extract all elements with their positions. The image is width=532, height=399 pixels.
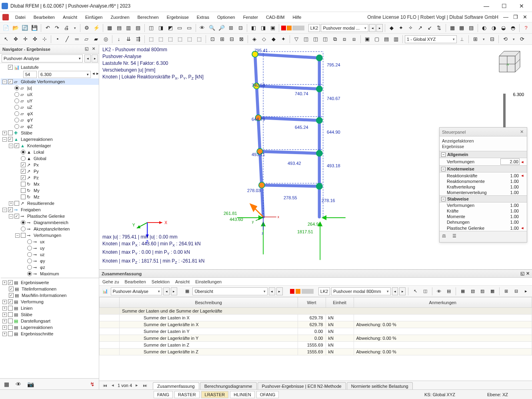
- nav-next[interactable]: ▸: [92, 54, 98, 62]
- panel-icon[interactable]: ◫: [147, 24, 156, 32]
- tab-normierte[interactable]: Normierte seitliche Belastung: [347, 382, 413, 390]
- tree-glob-verf[interactable]: –✓▱Globale Verformungen: [1, 78, 99, 85]
- steuer-close-icon[interactable]: ✕: [519, 129, 524, 134]
- g1-icon[interactable]: ⊡: [208, 35, 217, 44]
- tree-pz[interactable]: ✓↗Pz: [1, 174, 99, 181]
- tree-result[interactable]: +↗Resultierende: [1, 200, 99, 207]
- f7-icon[interactable]: ⧇: [350, 35, 358, 44]
- load3-icon[interactable]: ⇶: [134, 35, 142, 44]
- tree-linien[interactable]: +▤Linien: [1, 305, 99, 311]
- line-icon[interactable]: ╱: [63, 35, 72, 44]
- tree-mx[interactable]: ↻Mx: [1, 181, 99, 187]
- steuer-row[interactable]: Kräfte1.00: [440, 208, 527, 214]
- v1-icon[interactable]: ▣: [363, 35, 372, 44]
- w3-drop[interactable]: ▾: [510, 37, 517, 41]
- sm-c2-prev[interactable]: ◂: [269, 287, 275, 295]
- steuer-row[interactable]: Dehnungen1.00: [440, 219, 527, 225]
- tree-lokal[interactable]: ▲Lokal: [1, 149, 99, 155]
- steuer-row[interactable]: Kraftverteilung1.00: [440, 184, 527, 190]
- tree-knotenlager[interactable]: –✓▲Knotenlager: [1, 142, 99, 149]
- nav-tab-eye-icon[interactable]: 👁: [14, 380, 22, 388]
- view3-icon[interactable]: 🔎: [217, 24, 226, 32]
- reload-icon[interactable]: 🔄: [21, 24, 30, 32]
- steuer-row[interactable]: Momente1.00: [440, 214, 527, 219]
- tree-uy[interactable]: ▱uY: [1, 98, 99, 104]
- sm-ico2[interactable]: ▦: [183, 287, 192, 296]
- sm-btn9[interactable]: ⊞: [502, 287, 511, 296]
- view4-icon[interactable]: ⊞: [226, 24, 235, 32]
- nav-close-icon[interactable]: ✕: [91, 46, 96, 52]
- f2-icon[interactable]: ◫: [302, 35, 310, 44]
- table-row[interactable]: Summe der Lasten in X629.78kN: [100, 315, 532, 321]
- steuer-group[interactable]: –Allgemein: [440, 151, 527, 158]
- f5-icon[interactable]: ⧉: [330, 35, 339, 44]
- menu-cadbim[interactable]: CAD-BIM: [262, 13, 288, 21]
- sm-combo2[interactable]: Übersicht▾: [192, 287, 268, 295]
- undo-icon[interactable]: ↶: [43, 24, 52, 32]
- t1-icon[interactable]: ⬚: [147, 35, 156, 44]
- res1-icon[interactable]: ✦: [397, 24, 406, 32]
- v2-icon[interactable]: ▢: [372, 35, 381, 44]
- sm-ico1[interactable]: 📊: [101, 287, 110, 296]
- sel2-icon[interactable]: ✥: [11, 35, 20, 44]
- sm-btn3[interactable]: 👁: [435, 287, 444, 296]
- steuer-row[interactable]: Reaktionskräfte1.00◂: [440, 172, 527, 178]
- calc-all-icon[interactable]: ⚡: [92, 24, 101, 32]
- tree-titel[interactable]: ✓▤Titelinformationen: [1, 286, 99, 292]
- res-toggle-icon[interactable]: ◆: [387, 24, 396, 32]
- v4-icon[interactable]: ▥: [392, 35, 400, 44]
- f4-icon[interactable]: ◫: [321, 35, 330, 44]
- ren1-icon[interactable]: ◐: [480, 24, 489, 32]
- menu-optionen[interactable]: Optionen: [213, 13, 239, 21]
- tab-pushover[interactable]: Pushover-Ergebnisse | EC8 N2-Methode: [258, 382, 346, 390]
- w1-drop[interactable]: ▾: [480, 37, 487, 41]
- nav-views-icon[interactable]: ▥: [124, 24, 133, 32]
- steuer-row[interactable]: Momentenverteilung1.00: [440, 190, 527, 195]
- tree-verformung[interactable]: +✓▤Verformung: [1, 299, 99, 305]
- res5-icon[interactable]: ⇅: [435, 24, 444, 32]
- panel3-icon[interactable]: ◩: [166, 24, 175, 32]
- sm-c1-next[interactable]: ▸: [171, 287, 177, 295]
- tree-duy[interactable]: ⊸uy: [1, 245, 99, 251]
- laststufe-val[interactable]: 6.300▾: [38, 71, 91, 78]
- tree-uz[interactable]: ▱uZ: [1, 104, 99, 110]
- sm-gehezu[interactable]: Gehe zu: [102, 279, 119, 284]
- tree-ux[interactable]: ▱uX: [1, 91, 99, 98]
- sm-lk-next[interactable]: ▸: [399, 287, 406, 295]
- tab-berechnung[interactable]: Berechnungsdiagramme: [200, 382, 257, 390]
- tree-akz[interactable]: ⊸Akzeptanzkriterien: [1, 226, 99, 232]
- menu-ergebnisse[interactable]: Ergebnisse: [163, 13, 193, 21]
- tree-darst[interactable]: +▤Darstellungsart: [1, 318, 99, 324]
- sel3-icon[interactable]: ✛: [21, 35, 30, 44]
- tab-zusammenfassung[interactable]: Zusammenfassung: [153, 382, 199, 390]
- sm-btn6[interactable]: ▧: [468, 287, 477, 296]
- load2-icon[interactable]: ⇊: [124, 35, 133, 44]
- color-red-icon[interactable]: [281, 26, 286, 30]
- laststufe-num[interactable]: 54: [23, 71, 37, 78]
- m2-icon[interactable]: ◇: [260, 35, 268, 44]
- tree-staebe2[interactable]: +▤Stäbe: [1, 311, 99, 318]
- model3-icon[interactable]: ▣: [268, 24, 277, 32]
- tree-maxmin[interactable]: ✓▤Max/Min-Informationen: [1, 292, 99, 299]
- f6-icon[interactable]: ⧈: [340, 35, 349, 44]
- menu-berechnen[interactable]: Berechnen: [134, 13, 163, 21]
- g4-icon[interactable]: ⊠: [237, 35, 246, 44]
- member-icon[interactable]: ═: [72, 35, 81, 44]
- m1-icon[interactable]: ◈: [250, 35, 259, 44]
- nav-prev[interactable]: ◂: [84, 54, 91, 62]
- model-view[interactable]: LK2 - Pushover modal 800mm Pushover-Anal…: [99, 45, 532, 269]
- sm-btn8[interactable]: ▩: [488, 287, 497, 296]
- navigator-tree[interactable]: ✓📊Laststufe 54 6.300▾ ◂ ▸ –✓▱Globale Ver…: [0, 63, 99, 378]
- lk-prev[interactable]: ◂: [369, 24, 376, 32]
- sm-grey-icon[interactable]: [302, 289, 314, 294]
- sm-btn2[interactable]: ◫: [421, 287, 430, 296]
- v3-icon[interactable]: ▤: [382, 35, 391, 44]
- sm-more-icon[interactable]: ▸: [522, 287, 530, 296]
- steuer-list-icon[interactable]: ☰: [452, 233, 460, 241]
- view5-icon[interactable]: ⊟: [236, 24, 245, 32]
- steuer-row[interactable]: Verformungen2.00◂: [440, 158, 527, 165]
- tree-diagr[interactable]: ⊸Diagrammbereich: [1, 219, 99, 226]
- f3-icon[interactable]: ◫: [311, 35, 320, 44]
- solid-icon[interactable]: ▰: [92, 35, 100, 44]
- nav-combo[interactable]: Pushover-Analyse▾: [2, 54, 83, 62]
